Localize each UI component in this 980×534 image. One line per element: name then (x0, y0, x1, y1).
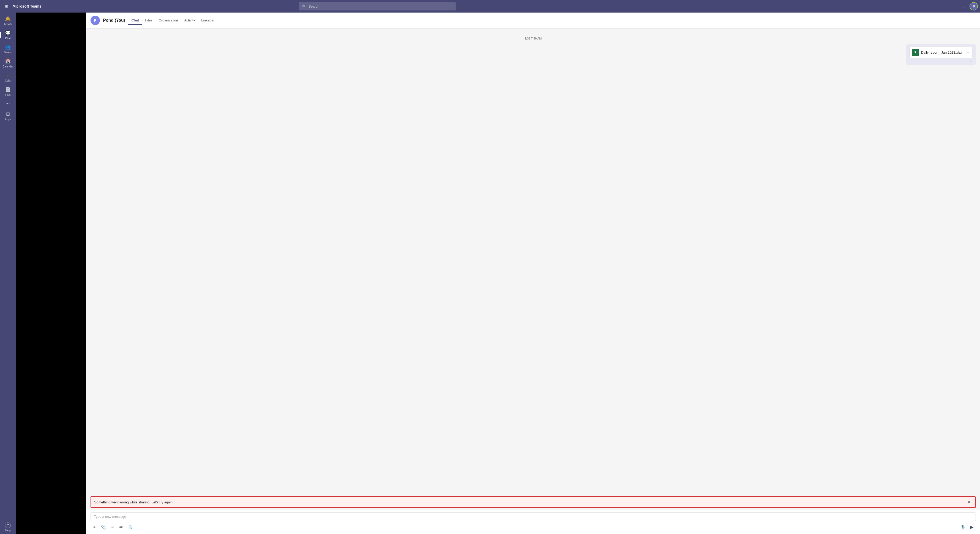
message-timestamp: 1/31 7:49 AM (91, 37, 976, 40)
excel-icon: X (912, 49, 919, 56)
emoji-icon: ☺ (110, 524, 115, 529)
apps-label: Apps (5, 118, 11, 121)
tab-chat[interactable]: Chat (128, 16, 142, 25)
format-icon: A (93, 525, 95, 529)
tab-linkedin[interactable]: LinkedIn (198, 16, 217, 25)
main-container: 🔔 Activity 💬 Chat 👥 Teams 📅 Calendar 📞 C… (0, 13, 980, 534)
message-toolbar: A 📎 ☺ GIF 🗒️ (91, 523, 976, 531)
attach-icon: 📎 (101, 524, 106, 529)
files-label: Files (5, 93, 11, 96)
chat-icon: 💬 (5, 30, 11, 36)
message-input-area: Type a new message A 📎 ☺ GIF (86, 510, 980, 534)
content-area: P Pond (You) Chat Files Organization Act… (86, 13, 980, 534)
sidebar-item-help[interactable]: ? Help (0, 520, 16, 534)
sidebar-item-more[interactable]: ••• (0, 99, 16, 109)
menu-button[interactable]: ⊞ (2, 2, 11, 11)
search-icon: 🔍 (302, 4, 306, 8)
format-button[interactable]: A (91, 523, 99, 531)
profile-header: P Pond (You) Chat Files Organization Act… (86, 13, 980, 29)
search-input[interactable] (309, 5, 453, 8)
sidebar-item-activity[interactable]: 🔔 Activity (0, 14, 16, 28)
message-row: X Daily report_ Jan.2023.xlsx ··· ✓ (91, 44, 976, 65)
sidebar-item-apps[interactable]: ⊞ Apps (0, 109, 16, 123)
toolbar-right: 🎙️ ▶ (959, 523, 976, 531)
profile-tabs: Chat Files Organization Activity LinkedI… (128, 16, 217, 25)
calls-icon: 📞 (5, 72, 11, 78)
toolbar-left: A 📎 ☺ GIF 🗒️ (91, 523, 134, 531)
profile-name: Pond (You) (103, 18, 125, 23)
tab-activity[interactable]: Activity (181, 16, 198, 25)
sticker-icon: 🗒️ (128, 525, 132, 529)
send-icon: ▶ (970, 524, 974, 529)
messages-area: 1/31 7:49 AM X Daily report_ Jan.2023.xl… (86, 29, 980, 494)
calls-label: Calls (5, 79, 11, 82)
activity-label: Activity (4, 23, 12, 25)
more-icon: ••• (5, 100, 11, 107)
sidebar-item-teams[interactable]: 👥 Teams (0, 42, 16, 56)
sidebar-item-calls[interactable]: 📞 Calls (0, 70, 16, 84)
giphy-button[interactable]: GIF (117, 523, 125, 531)
search-bar[interactable]: 🔍 (299, 2, 456, 11)
message-bubble: X Daily report_ Jan.2023.xlsx ··· ✓ (906, 44, 976, 65)
app-title: Microsoft Teams (13, 4, 41, 8)
help-label: Help (5, 529, 11, 532)
file-more-button[interactable]: ··· (964, 50, 970, 55)
sidebar-item-chat[interactable]: 💬 Chat (0, 28, 16, 42)
sidebar: 🔔 Activity 💬 Chat 👥 Teams 📅 Calendar 📞 C… (0, 13, 16, 534)
tab-organization[interactable]: Organization (155, 16, 181, 25)
calendar-icon: 📅 (5, 58, 11, 64)
attach-button[interactable]: 📎 (99, 523, 107, 531)
topbar: ⊞ Microsoft Teams 🔍 ... P (0, 0, 980, 13)
message-input-placeholder[interactable]: Type a new message (91, 512, 976, 521)
calendar-label: Calendar (3, 65, 13, 68)
file-name: Daily report_ Jan.2023.xlsx (921, 51, 962, 54)
error-text: Something went wrong while sharing. Let'… (94, 500, 173, 504)
audio-icon: 🎙️ (960, 524, 966, 529)
profile-avatar: P (91, 16, 100, 25)
teams-label: Teams (4, 51, 11, 54)
message-status: ✓ (909, 59, 973, 63)
sidebar-item-calendar[interactable]: 📅 Calendar (0, 56, 16, 70)
sidebar-item-files[interactable]: 📄 Files (0, 84, 16, 99)
apps-icon: ⊞ (5, 111, 11, 117)
status-checkmark: ✓ (970, 59, 973, 63)
chat-list-panel (16, 13, 86, 534)
send-button[interactable]: ▶ (968, 523, 976, 531)
emoji-button[interactable]: ☺ (108, 523, 116, 531)
activity-icon: 🔔 (5, 16, 11, 22)
help-icon: ? (5, 523, 11, 528)
topbar-right: ... P (964, 2, 978, 11)
sticker-button[interactable]: 🗒️ (126, 523, 134, 531)
user-avatar[interactable]: P (969, 2, 978, 11)
grid-icon: ⊞ (5, 4, 8, 9)
tab-files[interactable]: Files (142, 16, 155, 25)
teams-icon: 👥 (5, 44, 11, 50)
file-attachment[interactable]: X Daily report_ Jan.2023.xlsx ··· (909, 46, 973, 58)
error-close-button[interactable]: ✕ (966, 499, 972, 505)
files-icon: 📄 (5, 86, 11, 92)
chat-label: Chat (5, 37, 11, 40)
giphy-icon: GIF (119, 525, 124, 529)
error-banner: Something went wrong while sharing. Let'… (91, 496, 976, 508)
audio-button[interactable]: 🎙️ (959, 523, 967, 531)
more-options-button[interactable]: ... (964, 4, 967, 8)
